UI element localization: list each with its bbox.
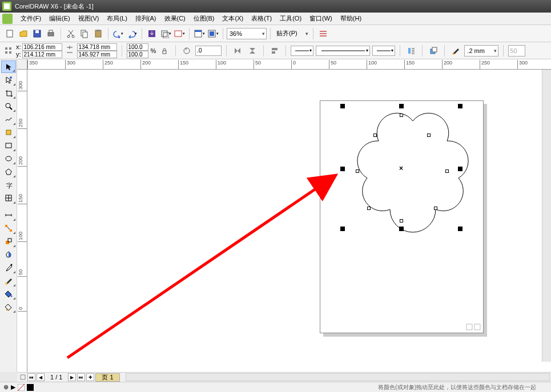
menu-layout[interactable]: 布局(L) [103, 13, 130, 25]
export-button[interactable]: ▾ [159, 27, 172, 40]
menu-arrange[interactable]: 排列(A) [132, 13, 160, 25]
curve-node[interactable] [373, 134, 377, 137]
ruler-vertical[interactable]: 300 250 200 150 100 50 0 [17, 70, 27, 372]
menu-help[interactable]: 帮助(H) [337, 13, 365, 25]
transparency-tool[interactable] [1, 248, 16, 261]
svg-rect-4 [49, 30, 53, 33]
end-arrow-dropdown[interactable] [372, 46, 395, 56]
curve-node[interactable] [400, 114, 403, 117]
canvas[interactable]: × [27, 70, 551, 372]
menu-view[interactable]: 视图(V) [75, 13, 103, 25]
page-tab-1[interactable]: 页 1 [95, 373, 119, 382]
bleed-icon [474, 324, 481, 330]
welcome-button[interactable]: ▾ [207, 27, 219, 40]
connector-tool[interactable] [1, 222, 16, 235]
horizontal-scrollbar[interactable] [126, 373, 550, 381]
ruler-corner[interactable] [17, 59, 27, 70]
smart-fill-tool[interactable] [1, 126, 16, 139]
interactive-tool[interactable] [1, 235, 16, 248]
menu-tools[interactable]: 工具(O) [276, 13, 305, 25]
sel-handle-n[interactable] [399, 104, 404, 108]
scale-x-input[interactable] [127, 43, 148, 51]
outline-tool[interactable] [1, 274, 16, 287]
dimension-tool[interactable] [1, 209, 16, 221]
object-center-marker[interactable]: × [399, 164, 403, 172]
menu-table[interactable]: 表格(T) [248, 13, 275, 25]
last-page-button[interactable]: ⏭ [77, 373, 85, 381]
snap-dropdown[interactable]: 贴齐(P) [274, 28, 309, 39]
curve-node[interactable] [427, 134, 431, 137]
menu-file[interactable]: 文件(F) [17, 13, 45, 25]
zoom-value: 36% [230, 30, 242, 37]
outline-status-icon[interactable] [27, 384, 34, 391]
curve-node[interactable] [434, 207, 437, 210]
menu-effects[interactable]: 效果(C) [161, 13, 189, 25]
fontsize-input[interactable] [508, 45, 525, 56]
menu-window[interactable]: 窗口(W) [306, 13, 336, 25]
copy-button[interactable] [78, 27, 91, 40]
shape-tool[interactable] [1, 74, 16, 86]
undo-button[interactable]: ▾ [112, 27, 124, 40]
align-button[interactable] [268, 45, 281, 57]
menu-text[interactable]: 文本(X) [219, 13, 247, 25]
open-button[interactable] [17, 27, 30, 40]
crop-tool[interactable] [1, 87, 16, 99]
table-tool[interactable] [1, 192, 16, 204]
to-front-button[interactable] [427, 45, 440, 57]
menu-edit[interactable]: 编辑(E) [46, 13, 74, 25]
curve-node[interactable] [445, 169, 449, 173]
height-input[interactable] [77, 51, 117, 58]
lock-ratio-button[interactable] [158, 45, 171, 57]
interactive-fill-tool[interactable] [1, 301, 16, 313]
zoom-dropdown[interactable]: 36% [227, 28, 267, 39]
add-page-button[interactable]: ✚ [86, 373, 94, 381]
vertical-scrollbar[interactable] [542, 70, 551, 362]
sel-handle-e[interactable] [458, 167, 462, 171]
text-tool[interactable]: 字 [1, 179, 16, 191]
polygon-tool[interactable] [1, 165, 16, 178]
rectangle-tool[interactable] [1, 139, 16, 152]
save-button[interactable] [31, 27, 43, 40]
ruler-v-tick: 200 [18, 156, 27, 167]
curve-node[interactable] [400, 219, 403, 223]
line-style-dropdown[interactable] [316, 46, 370, 56]
mirror-v-button[interactable] [246, 45, 259, 57]
next-page-button[interactable]: ▶ [68, 373, 76, 381]
outline-width-dropdown[interactable]: .2 mm [464, 45, 498, 56]
scale-y-input[interactable] [127, 51, 148, 58]
flower-object[interactable] [353, 110, 473, 235]
menu-bitmap[interactable]: 位图(B) [190, 13, 218, 25]
import-button[interactable] [146, 27, 158, 40]
svg-rect-54 [466, 324, 472, 330]
ruler-horizontal[interactable]: 350 300 250 200 150 100 50 0 50 100 150 … [27, 59, 551, 70]
new-button[interactable] [3, 27, 16, 40]
fill-tool[interactable] [1, 288, 16, 300]
app-launcher-button[interactable]: ▾ [193, 27, 206, 40]
x-input[interactable] [22, 43, 62, 51]
publish-button[interactable]: ▾ [173, 27, 186, 40]
prev-page-button[interactable]: ◀ [37, 373, 45, 381]
width-input[interactable] [77, 43, 117, 51]
pick-tool[interactable] [1, 60, 16, 73]
freehand-tool[interactable] [1, 113, 16, 126]
print-button[interactable] [45, 27, 57, 40]
fill-status-icon[interactable] [18, 384, 25, 391]
zoom-tool[interactable] [1, 100, 16, 112]
y-input[interactable] [22, 51, 62, 58]
svg-point-39 [6, 156, 11, 161]
start-arrow-dropdown[interactable] [291, 46, 313, 56]
ellipse-tool[interactable] [1, 152, 16, 165]
sel-handle-nw[interactable] [340, 104, 345, 108]
sel-handle-se[interactable] [458, 227, 462, 231]
paste-button[interactable] [92, 27, 104, 40]
options-button[interactable] [317, 27, 329, 40]
first-page-button[interactable]: ⏮ [27, 373, 35, 381]
wrap-text-button[interactable] [405, 45, 417, 57]
rotate-input[interactable] [195, 46, 222, 56]
sel-handle-s[interactable] [399, 227, 404, 231]
sel-handle-ne[interactable] [458, 104, 462, 108]
redo-button[interactable]: ▾ [126, 27, 138, 40]
mirror-h-button[interactable] [231, 45, 244, 57]
cut-button[interactable] [65, 27, 77, 40]
eyedropper-tool[interactable] [1, 261, 16, 274]
